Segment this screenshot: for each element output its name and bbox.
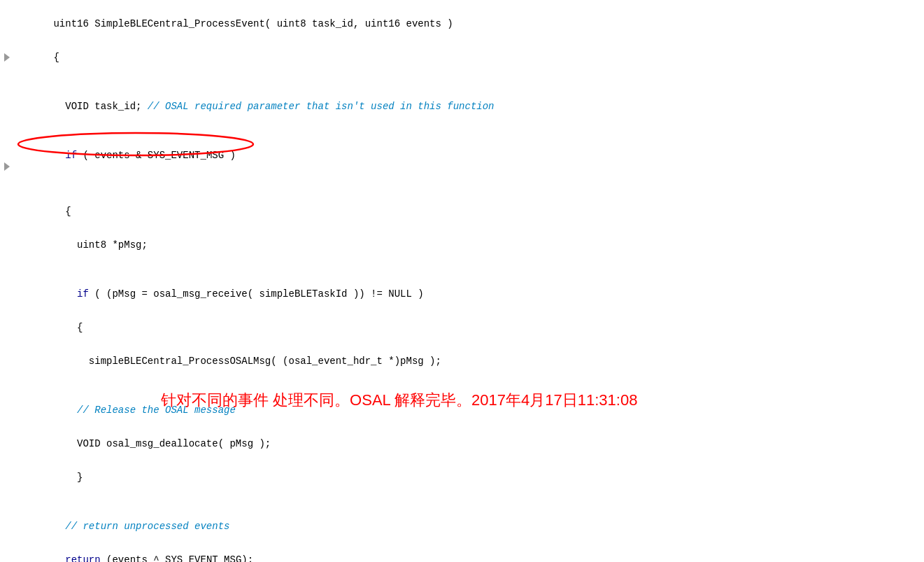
code-line-19: return (events ^ SYS_EVENT_MSG); (0, 543, 924, 562)
text (53, 554, 65, 562)
code-line-15: VOID osal_msg_deallocate( pMsg ); (0, 427, 924, 461)
line-content-10: if ( (pMsg = osal_msg_receive( simpleBLE… (13, 277, 924, 311)
text: } (53, 472, 83, 483)
code-line-10: if ( (pMsg = osal_msg_receive( simpleBLE… (0, 277, 924, 311)
gutter-2 (0, 53, 13, 62)
collapse-triangle-6[interactable] (4, 162, 10, 171)
line-content-6: if ( events & SYS_EVENT_MSG ) (13, 139, 924, 195)
code-line-6: if ( events & SYS_EVENT_MSG ) (0, 139, 924, 195)
line-content-8: uint8 *pMsg; (13, 228, 924, 262)
text (53, 288, 77, 300)
line-content-9 (13, 264, 924, 275)
text: VOID task_id; (53, 101, 147, 112)
code-line-16: } (0, 461, 924, 494)
line-content-13 (13, 380, 924, 391)
collapse-triangle-2[interactable] (4, 53, 10, 62)
code-line-1: uint16 SimpleBLECentral_ProcessEvent( ui… (0, 7, 924, 41)
text: simpleBLECentral_ProcessOSALMsg( (osal_e… (53, 356, 441, 367)
keyword-return: return (65, 554, 100, 562)
text: VOID osal_msg_deallocate( pMsg ); (53, 438, 271, 449)
keyword-if: if (77, 288, 89, 300)
text: { (53, 52, 59, 63)
code-line-14: // Release the OSAL message 针对不同的事件 处理不同… (0, 393, 924, 427)
keyword-if: if (65, 150, 77, 161)
line-content-15: VOID osal_msg_deallocate( pMsg ); (13, 427, 924, 461)
text: ( (pMsg = osal_msg_receive( simpleBLETas… (89, 288, 424, 300)
text: uint8 *pMsg; (53, 239, 147, 251)
text: uint16 SimpleBLECentral_ProcessEvent( ui… (53, 18, 453, 29)
text: { (53, 322, 83, 333)
code-line-3 (0, 74, 924, 90)
line-content-17 (13, 496, 924, 507)
code-line-2: { (0, 41, 924, 74)
line-content-4: VOID task_id; // OSAL required parameter… (13, 90, 924, 123)
line-content-7: { (13, 195, 924, 228)
code-line-8: uint8 *pMsg; (0, 228, 924, 262)
code-line-18: // return unprocessed events (0, 510, 924, 543)
code-container: uint16 SimpleBLECentral_ProcessEvent( ui… (0, 0, 924, 562)
code-line-17 (0, 494, 924, 510)
line-content-18: // return unprocessed events (13, 510, 924, 543)
text: ( events & SYS_EVENT_MSG ) (77, 150, 236, 161)
line-content-16: } (13, 461, 924, 494)
line-content-12: simpleBLECentral_ProcessOSALMsg( (osal_e… (13, 344, 924, 378)
text (53, 150, 65, 161)
line-content-11: { (13, 311, 924, 344)
comment-release: // Release the OSAL message (53, 405, 235, 416)
line-content-5 (13, 125, 924, 136)
line-content-1: uint16 SimpleBLECentral_ProcessEvent( ui… (13, 7, 924, 41)
code-line-12: simpleBLECentral_ProcessOSALMsg( (osal_e… (0, 344, 924, 378)
line-content-14: // Release the OSAL message (13, 393, 924, 427)
code-line-7: { (0, 195, 924, 228)
text: { (53, 206, 71, 217)
comment-text: // OSAL required parameter that isn't us… (148, 101, 495, 112)
gutter-6 (0, 162, 13, 171)
line-content-2: { (13, 41, 924, 74)
text: (events ^ SYS_EVENT_MSG); (101, 554, 253, 562)
line-content-19: return (events ^ SYS_EVENT_MSG); (13, 543, 924, 562)
code-line-5 (0, 123, 924, 139)
code-line-11: { (0, 311, 924, 344)
comment-return: // return unprocessed events (53, 521, 229, 532)
code-line-13 (0, 378, 924, 393)
code-line-4: VOID task_id; // OSAL required parameter… (0, 90, 924, 123)
line-content-3 (13, 76, 924, 87)
code-line-9 (0, 262, 924, 277)
